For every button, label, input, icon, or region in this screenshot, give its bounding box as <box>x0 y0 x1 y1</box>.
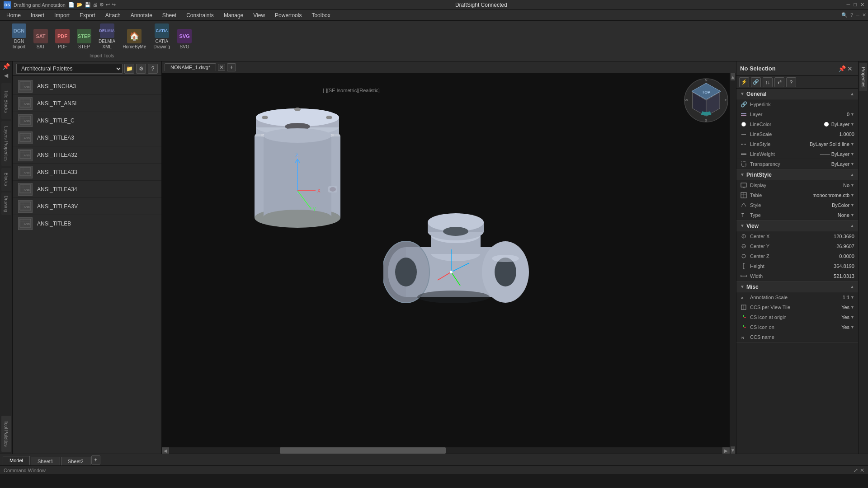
maximize-btn[interactable]: □ <box>854 2 857 8</box>
right-tab-properties[interactable]: Properties <box>859 63 867 91</box>
menu-home[interactable]: Home <box>2 11 25 19</box>
ccs-per-view-dropdown[interactable]: Yes ▼ <box>841 305 854 310</box>
linecolor-dropdown[interactable]: ByLayer ▼ <box>824 122 854 127</box>
general-collapse-icon[interactable]: ▲ <box>850 91 854 96</box>
palette-help-btn[interactable]: ? <box>148 64 158 74</box>
command-input-area[interactable] <box>0 475 868 487</box>
view-section-header[interactable]: ▼ View ▲ <box>736 221 858 231</box>
menu-view[interactable]: View <box>249 11 269 19</box>
props-pin-icon[interactable]: 📌 <box>838 65 845 72</box>
palette-title-dropdown[interactable]: Architectural Palettes <box>16 64 123 74</box>
settings-icon[interactable]: ⚙ <box>99 2 104 8</box>
props-tool-2[interactable]: 🔗 <box>751 77 761 87</box>
ribbon-btn-catia[interactable]: CATIA CATIA Drawing <box>151 22 173 52</box>
linestyle-dropdown[interactable]: ByLayer Solid line ▼ <box>810 141 854 147</box>
palette-item[interactable]: ANSI ANSI_TITLEB <box>13 215 161 232</box>
sidebar-tab-drawing[interactable]: Drawing <box>1 192 11 215</box>
centerz-value[interactable]: 0.0000 <box>839 253 854 259</box>
viewport-scrollbar-horizontal[interactable]: ◀ ▶ <box>162 447 730 454</box>
props-tool-4[interactable]: ⇄ <box>774 77 784 87</box>
menu-toolbox[interactable]: Toolbox <box>307 11 335 19</box>
layer-dropdown[interactable]: 0 ▼ <box>847 112 854 117</box>
menu-export[interactable]: Export <box>75 11 100 19</box>
scroll-right-btn[interactable]: ▶ <box>722 447 730 454</box>
bottom-tab-model[interactable]: Model <box>3 456 30 465</box>
menu-attach[interactable]: Attach <box>101 11 125 19</box>
menu-insert[interactable]: Insert <box>26 11 49 19</box>
type-dropdown[interactable]: None ▼ <box>838 212 854 218</box>
view-collapse-icon[interactable]: ▲ <box>850 223 854 228</box>
ribbon-btn-sat[interactable]: SAT SAT <box>31 27 51 52</box>
palette-settings-btn[interactable]: ⚙ <box>136 64 146 74</box>
palette-item[interactable]: ANSI ANSI_TIT_ANSI <box>13 95 161 112</box>
palette-item[interactable]: ANSI ANSI_TINCHA3 <box>13 78 161 95</box>
redo-icon[interactable]: ↪ <box>112 2 116 8</box>
ribbon-btn-homebyme[interactable]: 🏠 HomeByMe <box>120 27 149 52</box>
props-tool-1[interactable]: ⚡ <box>739 77 749 87</box>
menu-constraints[interactable]: Constraints <box>182 11 218 19</box>
close-tab-btn[interactable]: ✕ <box>218 64 225 71</box>
sidebar-tab-title-blocks[interactable]: Title Blocks <box>1 83 11 119</box>
viewport-scrollbar-vertical[interactable]: ▲ ▼ <box>730 73 736 454</box>
bottom-tab-sheet1[interactable]: Sheet1 <box>31 457 60 465</box>
props-tool-3[interactable]: ↑↓ <box>763 77 773 87</box>
display-dropdown[interactable]: No ▼ <box>843 183 854 188</box>
table-dropdown[interactable]: monochrome.ctb ▼ <box>812 192 854 198</box>
help-icon[interactable]: ? <box>850 12 853 18</box>
menu-annotate[interactable]: Annotate <box>126 11 157 19</box>
close-btn[interactable]: ✕ <box>860 2 864 8</box>
lineweight-dropdown[interactable]: —— ByLayer ▼ <box>820 151 854 157</box>
panel-close-btn[interactable]: ✕ <box>862 12 866 18</box>
printstyle-section-header[interactable]: ▼ PrintStyle ▲ <box>736 169 858 180</box>
misc-section-header[interactable]: ▼ Misc ▲ <box>736 282 858 292</box>
open-file-icon[interactable]: 📂 <box>76 2 83 8</box>
props-close-icon[interactable]: ✕ <box>847 65 854 72</box>
workspace-label[interactable]: Drafting and Annotation <box>14 2 66 8</box>
scroll-thumb-h[interactable] <box>280 447 446 454</box>
ribbon-btn-pdf[interactable]: PDF PDF <box>52 27 72 52</box>
transparency-dropdown[interactable]: ByLayer ▼ <box>831 161 854 167</box>
ribbon-btn-dgn[interactable]: DGN DGN Import <box>9 22 29 52</box>
width-value[interactable]: 521.0313 <box>834 273 854 279</box>
cs-icon-origin-dropdown[interactable]: Yes ▼ <box>841 314 854 320</box>
annotation-scale-dropdown[interactable]: 1:1 ▼ <box>843 295 854 300</box>
style-dropdown[interactable]: ByColor ▼ <box>832 202 854 208</box>
centery-value[interactable]: -26.9607 <box>835 244 854 249</box>
misc-collapse-icon[interactable]: ▲ <box>850 284 854 289</box>
ribbon-btn-delmia[interactable]: DELMIA DELMIA XML <box>96 22 118 52</box>
palette-item[interactable]: ANSI ANSI_TITLEA34 <box>13 181 161 198</box>
palette-item[interactable]: ANSI ANSI_TITLEA32 <box>13 146 161 164</box>
palette-new-btn[interactable]: 📁 <box>124 64 134 74</box>
panel-minimize-icon[interactable]: ─ <box>856 12 859 18</box>
menu-powertools[interactable]: Powertools <box>270 11 306 19</box>
add-sheet-btn[interactable]: + <box>91 455 100 465</box>
viewport-tab-active[interactable]: NONAME_1.dwg* <box>165 63 216 71</box>
bottom-tab-sheet2[interactable]: Sheet2 <box>61 457 90 465</box>
scroll-up-btn[interactable]: ▲ <box>731 73 735 80</box>
help-search-icon[interactable]: 🔍 <box>841 12 848 18</box>
props-tool-help[interactable]: ? <box>786 77 796 87</box>
command-window-expand-btn[interactable]: ⤢ <box>854 467 858 474</box>
menu-import[interactable]: Import <box>50 11 74 19</box>
panel-pin-icon[interactable]: 📌 <box>3 63 9 70</box>
general-section-header[interactable]: ▼ General ▲ <box>736 89 858 99</box>
palette-item[interactable]: ANSI ANSI_TITLE_C <box>13 112 161 129</box>
printstyle-collapse-icon[interactable]: ▲ <box>850 172 854 177</box>
scroll-down-btn[interactable]: ▼ <box>731 446 735 454</box>
menu-manage[interactable]: Manage <box>219 11 248 19</box>
palette-item[interactable]: ANSI ANSI_TITLEA3V <box>13 198 161 215</box>
viewport[interactable]: NONAME_1.dwg* ✕ + [-][SE Isometric][Real… <box>162 61 736 454</box>
palette-item[interactable]: ANSI ANSI_TITLEA33 <box>13 164 161 181</box>
navigation-cube[interactable]: TOP N E S W <box>684 78 729 123</box>
undo-icon[interactable]: ↩ <box>106 2 110 8</box>
sidebar-tab-blocks[interactable]: Blocks <box>1 168 11 191</box>
new-tab-btn[interactable]: + <box>227 63 236 71</box>
ribbon-btn-svg[interactable]: SVG SVG <box>175 27 194 52</box>
save-icon[interactable]: 💾 <box>85 2 91 8</box>
scroll-left-btn[interactable]: ◀ <box>162 447 169 454</box>
new-file-icon[interactable]: 📄 <box>68 2 75 8</box>
command-window-close-btn[interactable]: ✕ <box>860 467 864 474</box>
sidebar-tab-tool-palettes[interactable]: Tool Palettes <box>1 416 11 452</box>
cs-icon-on-dropdown[interactable]: Yes ▼ <box>841 324 854 330</box>
print-icon[interactable]: 🖨 <box>93 2 98 8</box>
